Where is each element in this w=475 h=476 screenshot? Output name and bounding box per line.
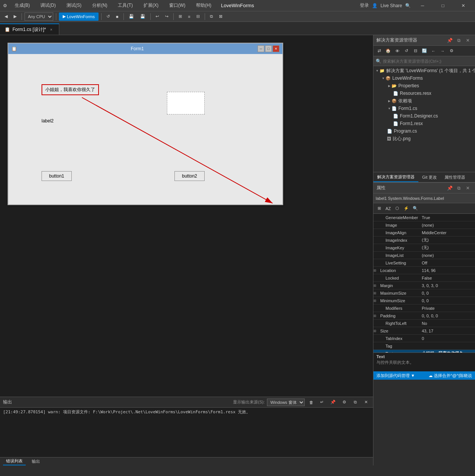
toolbar-align[interactable]: ≡	[186, 12, 193, 21]
status-add-source[interactable]: 添加到源代码管理 ▼	[376, 373, 415, 379]
prop-row-tabindex[interactable]: TabIndex 0	[373, 335, 475, 342]
prop-row-imagelist[interactable]: ImageList (none)	[373, 252, 475, 259]
prop-row-modifiers[interactable]: Modifiers Private	[373, 304, 475, 312]
output-pin[interactable]: 📌	[328, 398, 338, 406]
win-maximize-btn[interactable]: □	[265, 45, 272, 52]
prop-row-image[interactable]: Image (none)	[373, 221, 475, 229]
se-back[interactable]: ←	[429, 47, 438, 55]
tree-item-image[interactable]: 🖼 比心.png	[373, 135, 475, 142]
tree-item-form1cs[interactable]: ▼ 📄 Form1.cs	[373, 105, 475, 112]
output-wrap[interactable]: ↵	[318, 398, 326, 406]
tree-item-solution[interactable]: ▼ 📁 解决方案 'LoveWinForms' (1 个项目，共 1 个	[373, 67, 475, 74]
se-gear[interactable]: ⚙	[447, 47, 456, 55]
prop-filter[interactable]: 🔍	[411, 204, 419, 213]
form-button2[interactable]: button2	[174, 171, 205, 181]
toolbar-saveall[interactable]: 💾	[138, 12, 148, 21]
prop-row-livesetting[interactable]: LiveSetting Off	[373, 259, 475, 267]
run-button[interactable]: ▶ LoveWinForms	[59, 12, 99, 21]
toolbar-save[interactable]: 💾	[126, 12, 136, 21]
maximize-button[interactable]: □	[434, 0, 452, 11]
rb-tab-git[interactable]: Git 更改	[418, 173, 441, 182]
properties-pin[interactable]: 📌	[446, 184, 454, 192]
tab-form1[interactable]: 📋 Form1.cs [设计]* ×	[0, 23, 59, 35]
toolbar-extra2[interactable]: ⊠	[217, 12, 225, 21]
tree-item-resources[interactable]: 📄 Resources.resx	[373, 90, 475, 97]
toolbar-format[interactable]: ⊞	[176, 12, 184, 21]
prop-row-righttoleft[interactable]: RightToLeft No	[373, 320, 475, 327]
win-minimize-btn[interactable]: ─	[258, 45, 264, 52]
prop-row-imageindex[interactable]: ImageIndex (无)	[373, 236, 475, 244]
error-list-tab[interactable]: 错误列表	[3, 457, 26, 465]
output-source-select[interactable]: Windows 窗体	[267, 399, 305, 406]
panel-close[interactable]: ✕	[464, 36, 472, 45]
toolbar-redo[interactable]: ↪	[163, 12, 171, 21]
toolbar-extra1[interactable]: ⧉	[208, 12, 215, 21]
toolbar-center[interactable]: ⊟	[194, 12, 202, 21]
tree-item-program[interactable]: 📄 Program.cs	[373, 127, 475, 135]
prop-alphabetical[interactable]: AZ	[384, 204, 392, 213]
prop-row-text[interactable]: Text 小姐姐，我喜欢你很久 ▼	[373, 350, 475, 352]
rb-tab-prop[interactable]: 属性管理器	[441, 173, 469, 182]
toolbar-stop[interactable]: ■	[114, 12, 121, 21]
tree-item-form1resx[interactable]: 📄 Form1.resx	[373, 120, 475, 127]
form-label1[interactable]: 小姐姐，我喜欢你很久了	[42, 84, 99, 95]
output-settings[interactable]: ⚙	[340, 398, 349, 406]
prop-events[interactable]: ⚡	[402, 204, 410, 213]
prop-row-generatemember[interactable]: GenerateMember True	[373, 214, 475, 221]
prop-row-imagekey[interactable]: ImageKey (无)	[373, 244, 475, 252]
se-show-all[interactable]: 👁	[393, 47, 401, 55]
se-new-solution[interactable]: 🔄	[420, 47, 429, 55]
se-forward[interactable]: →	[438, 47, 447, 55]
tree-item-properties[interactable]: ▶ 📂 Properties	[373, 82, 475, 90]
output-float[interactable]: ⧉	[352, 398, 359, 406]
se-search-input[interactable]	[383, 59, 473, 63]
prop-row-maximumsize[interactable]: ⊞ MaximumSize 0, 0	[373, 289, 475, 297]
se-collapse[interactable]: ⊟	[411, 47, 419, 55]
menu-debug[interactable]: 调试(D)	[37, 1, 59, 10]
live-share-button[interactable]: Live Share	[381, 3, 402, 8]
toolbar-undo[interactable]: ↩	[153, 12, 161, 21]
menu-help[interactable]: 帮助(H)	[193, 1, 214, 10]
debug-config-select[interactable]: Any CPU	[25, 12, 53, 21]
form-textbox[interactable]	[167, 92, 205, 114]
prop-row-padding[interactable]: ⊞ Padding 0, 0, 0, 0	[373, 312, 475, 320]
panel-pin[interactable]: 📌	[446, 36, 454, 45]
tree-item-deps[interactable]: ▶ 📦 依赖项	[373, 97, 475, 105]
prop-row-minimumsize[interactable]: ⊞ MinimumSize 0, 0	[373, 297, 475, 304]
output-close[interactable]: ✕	[362, 398, 370, 406]
se-refresh[interactable]: ↺	[402, 47, 410, 55]
properties-close[interactable]: ✕	[464, 184, 472, 192]
panel-float[interactable]: ⧉	[455, 36, 463, 45]
toolbar-back[interactable]: ◀	[2, 12, 10, 21]
form-button1[interactable]: button1	[42, 171, 72, 181]
toolbar-forward[interactable]: ▶	[11, 12, 19, 21]
properties-object-selector[interactable]: label1 System.Windows.Forms.Label	[373, 193, 475, 203]
tree-item-project[interactable]: ▼ 📦 LoveWinForms	[373, 74, 475, 82]
menu-extend[interactable]: 扩展(X)	[140, 1, 162, 10]
prop-row-tag[interactable]: Tag	[373, 342, 475, 350]
minimize-button[interactable]: ─	[414, 0, 431, 11]
prop-row-size[interactable]: ⊞ Size 43, 17	[373, 327, 475, 335]
prop-row-imagealign[interactable]: ImageAlign MiddleCenter	[373, 229, 475, 236]
prop-row-location[interactable]: ⊞ Location 114, 96	[373, 267, 475, 274]
form-designer[interactable]: 📋 Form1 ─ □ ✕ 小姐姐，我喜欢你很久了 label2	[0, 35, 373, 397]
tree-item-form1designer[interactable]: 📄 Form1.Designer.cs	[373, 112, 475, 120]
se-sync[interactable]: ⇄	[375, 47, 383, 55]
menu-tools[interactable]: 工具(T)	[115, 1, 136, 10]
prop-categorized[interactable]: ⊞	[375, 204, 383, 213]
form-label2[interactable]: label2	[42, 118, 54, 124]
output-tab[interactable]: 输出	[29, 458, 43, 465]
output-clear[interactable]: 🗑	[307, 398, 316, 406]
prop-row-locked[interactable]: Locked False	[373, 274, 475, 282]
menu-window[interactable]: 窗口(W)	[166, 1, 188, 10]
close-button[interactable]: ✕	[455, 0, 472, 11]
properties-float[interactable]: ⧉	[455, 184, 463, 192]
tab-close[interactable]: ×	[48, 26, 54, 32]
prop-row-margin[interactable]: ⊞ Margin 3, 0, 3, 0	[373, 282, 475, 289]
prop-properties[interactable]: ⬡	[393, 204, 401, 213]
win-close-btn[interactable]: ✕	[273, 45, 279, 52]
se-properties[interactable]: 🏠	[384, 47, 392, 55]
menu-analyze[interactable]: 分析(N)	[89, 1, 111, 10]
menu-build[interactable]: 生成(B)	[12, 1, 33, 10]
toolbar-restart[interactable]: ↺	[104, 12, 112, 21]
